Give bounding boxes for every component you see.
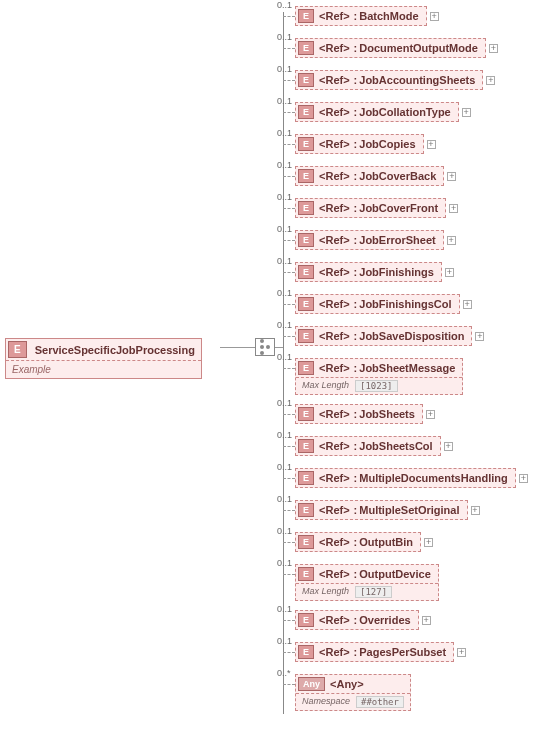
any-node[interactable]: 0..*Any<Any>Namespace##other <box>295 674 411 711</box>
ref-card[interactable]: E<Ref> : JobSheets <box>295 404 423 424</box>
expand-icon[interactable]: + <box>422 616 431 625</box>
footer-key: Namespace <box>302 696 350 708</box>
expand-icon[interactable]: + <box>462 108 471 117</box>
expand-icon[interactable]: + <box>449 204 458 213</box>
expand-icon[interactable]: + <box>427 140 436 149</box>
type-name: OutputDevice <box>357 568 437 580</box>
ref-label: <Ref> <box>315 614 354 626</box>
type-name: JobFinishings <box>357 266 440 278</box>
connector-branch <box>283 684 295 685</box>
ref-node-jobfinishings[interactable]: 0..1E<Ref> : JobFinishings+ <box>295 262 454 282</box>
ref-label: <Ref> <box>315 440 354 452</box>
ref-card[interactable]: E<Ref> : JobCollationType <box>295 102 459 122</box>
element-badge: E <box>298 613 314 627</box>
card-footer: Max Length[127] <box>296 583 438 600</box>
ref-node-overrides[interactable]: 0..1E<Ref> : Overrides+ <box>295 610 431 630</box>
connector-branch <box>283 176 295 177</box>
ref-node-jobfinishingscol[interactable]: 0..1E<Ref> : JobFinishingsCol+ <box>295 294 472 314</box>
ref-card[interactable]: E<Ref> : OutputBin <box>295 532 421 552</box>
ref-node-jobcollationtype[interactable]: 0..1E<Ref> : JobCollationType+ <box>295 102 471 122</box>
ref-node-documentoutputmode[interactable]: 0..1E<Ref> : DocumentOutputMode+ <box>295 38 498 58</box>
connector-branch <box>283 478 295 479</box>
expand-icon[interactable]: + <box>457 648 466 657</box>
type-name: JobSheetMessage <box>357 362 461 374</box>
ref-card[interactable]: E<Ref> : JobCopies <box>295 134 424 154</box>
ref-card[interactable]: E<Ref> : DocumentOutputMode <box>295 38 486 58</box>
ref-card[interactable]: E<Ref> : JobSheetMessageMax Length[1023] <box>295 358 463 395</box>
expand-icon[interactable]: + <box>463 300 472 309</box>
ref-node-jobcopies[interactable]: 0..1E<Ref> : JobCopies+ <box>295 134 436 154</box>
ref-card[interactable]: E<Ref> : OutputDeviceMax Length[127] <box>295 564 439 601</box>
ref-node-multipledocumentshandling[interactable]: 0..1E<Ref> : MultipleDocumentsHandling+ <box>295 468 528 488</box>
expand-icon[interactable]: + <box>445 268 454 277</box>
ref-node-jobcoverback[interactable]: 0..1E<Ref> : JobCoverBack+ <box>295 166 456 186</box>
occurrence-label: 0..1 <box>277 32 292 42</box>
ref-node-jobsavedisposition[interactable]: 0..1E<Ref> : JobSaveDisposition+ <box>295 326 484 346</box>
expand-icon[interactable]: + <box>447 172 456 181</box>
connector-branch <box>283 620 295 621</box>
ref-label: <Ref> <box>315 10 354 22</box>
ref-card[interactable]: E<Ref> : JobCoverBack <box>295 166 444 186</box>
footer-key: Max Length <box>302 380 349 392</box>
ref-card[interactable]: E<Ref> : JobErrorSheet <box>295 230 444 250</box>
ref-card[interactable]: E<Ref> : PagesPerSubset <box>295 642 454 662</box>
ref-node-pagespersubset[interactable]: 0..1E<Ref> : PagesPerSubset+ <box>295 642 466 662</box>
ref-node-joberrorsheet[interactable]: 0..1E<Ref> : JobErrorSheet+ <box>295 230 456 250</box>
ref-card[interactable]: E<Ref> : MultipleSetOriginal <box>295 500 468 520</box>
ref-node-jobsheetmessage[interactable]: 0..1E<Ref> : JobSheetMessageMax Length[1… <box>295 358 463 395</box>
root-box[interactable]: E ServiceSpecificJobProcessing Example <box>5 338 202 379</box>
ref-node-jobcoverfront[interactable]: 0..1E<Ref> : JobCoverFront+ <box>295 198 458 218</box>
ref-label: <Ref> <box>315 646 354 658</box>
ref-node-jobsheets[interactable]: 0..1E<Ref> : JobSheets+ <box>295 404 435 424</box>
occurrence-label: 0..1 <box>277 604 292 614</box>
expand-icon[interactable]: + <box>519 474 528 483</box>
expand-icon[interactable]: + <box>430 12 439 21</box>
expand-icon[interactable]: + <box>475 332 484 341</box>
ref-card[interactable]: E<Ref> : MultipleDocumentsHandling <box>295 468 516 488</box>
expand-icon[interactable]: + <box>471 506 480 515</box>
element-badge: E <box>298 169 314 183</box>
expand-icon[interactable]: + <box>444 442 453 451</box>
connector-branch <box>283 574 295 575</box>
sequence-compositor[interactable] <box>255 338 275 356</box>
ref-node-outputdevice[interactable]: 0..1E<Ref> : OutputDeviceMax Length[127] <box>295 564 439 601</box>
ref-card[interactable]: E<Ref> : Overrides <box>295 610 419 630</box>
connector-branch <box>283 80 295 81</box>
connector-branch <box>283 112 295 113</box>
connector-root <box>220 347 255 348</box>
expand-icon[interactable]: + <box>447 236 456 245</box>
any-label: <Any> <box>326 678 368 690</box>
connector-branch <box>283 272 295 273</box>
ref-card[interactable]: E<Ref> : JobSaveDisposition <box>295 326 472 346</box>
ref-card[interactable]: E<Ref> : JobFinishingsCol <box>295 294 460 314</box>
ref-node-multiplesetoriginal[interactable]: 0..1E<Ref> : MultipleSetOriginal+ <box>295 500 480 520</box>
connector-branch <box>283 446 295 447</box>
any-badge: Any <box>298 677 325 691</box>
ref-node-jobsheetscol[interactable]: 0..1E<Ref> : JobSheetsCol+ <box>295 436 453 456</box>
occurrence-label: 0..1 <box>277 224 292 234</box>
ref-card[interactable]: E<Ref> : JobSheetsCol <box>295 436 441 456</box>
type-name: DocumentOutputMode <box>357 42 484 54</box>
ref-card[interactable]: E<Ref> : BatchMode <box>295 6 427 26</box>
ref-label: <Ref> <box>315 266 354 278</box>
type-name: JobSheetsCol <box>357 440 438 452</box>
occurrence-label: 0..1 <box>277 64 292 74</box>
ref-card[interactable]: E<Ref> : JobCoverFront <box>295 198 446 218</box>
expand-icon[interactable]: + <box>424 538 433 547</box>
expand-icon[interactable]: + <box>489 44 498 53</box>
type-name: JobFinishingsCol <box>357 298 457 310</box>
occurrence-label: 0..1 <box>277 320 292 330</box>
ref-card[interactable]: E<Ref> : JobAccountingSheets <box>295 70 483 90</box>
element-badge: E <box>298 471 314 485</box>
ref-card[interactable]: E<Ref> : JobFinishings <box>295 262 442 282</box>
expand-icon[interactable]: + <box>486 76 495 85</box>
root-footer: Example <box>6 361 201 378</box>
type-name: JobAccountingSheets <box>357 74 481 86</box>
ref-node-batchmode[interactable]: 0..1E<Ref> : BatchMode+ <box>295 6 439 26</box>
ref-node-jobaccountingsheets[interactable]: 0..1E<Ref> : JobAccountingSheets+ <box>295 70 495 90</box>
element-badge: E <box>298 41 314 55</box>
any-card[interactable]: Any<Any>Namespace##other <box>295 674 411 711</box>
expand-icon[interactable]: + <box>426 410 435 419</box>
type-name: JobSheets <box>357 408 421 420</box>
ref-node-outputbin[interactable]: 0..1E<Ref> : OutputBin+ <box>295 532 433 552</box>
